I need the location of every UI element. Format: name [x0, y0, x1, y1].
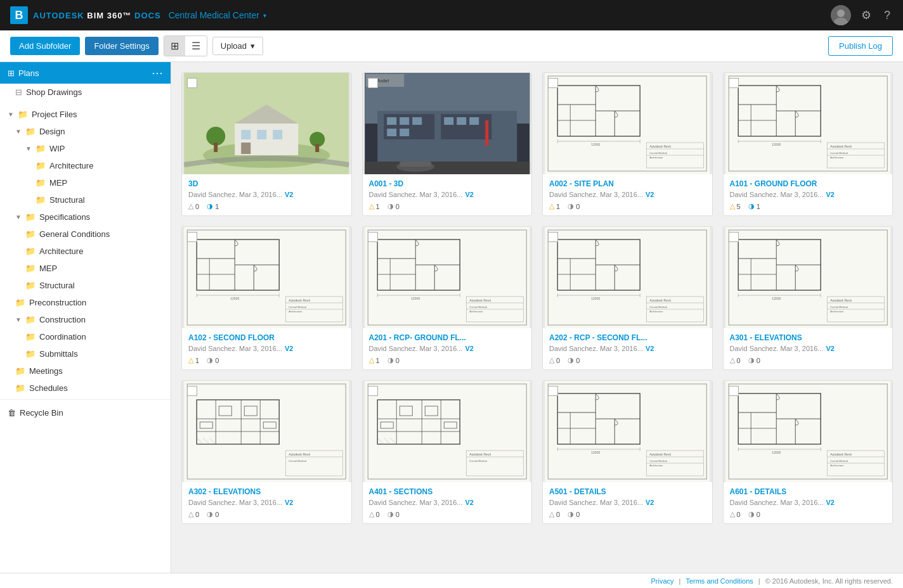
svg-rect-53	[725, 73, 890, 174]
card-checkbox-a601[interactable]	[729, 386, 739, 396]
settings-icon[interactable]: ⚙	[859, 6, 874, 25]
card-a201[interactable]: Autodesk Revit Central Medical Architect…	[362, 226, 533, 370]
spec-folder-icon: 📁	[25, 212, 36, 222]
sidebar-item-coordination[interactable]: 📁 Coordination	[0, 328, 171, 345]
card-checkbox-a501[interactable]	[548, 386, 558, 396]
terms-link[interactable]: Terms and Conditions	[685, 577, 753, 585]
wip-arch-folder-icon: 📁	[36, 161, 46, 170]
sidebar-spec-structural-label: Structural	[39, 281, 75, 290]
sidebar-item-wip-architecture[interactable]: 📁 Architecture	[0, 157, 171, 174]
svg-text:Central Medical: Central Medical	[469, 459, 487, 463]
card-thumbnail-a301: Autodesk Revit Central Medical Architect…	[724, 227, 893, 328]
card-a302[interactable]: Autodesk Revit Central Medical A302 - EL…	[181, 380, 352, 524]
card-author-3d: David Sanchez. Mar 3, 2016...	[188, 191, 282, 198]
svg-text:Central Medical: Central Medical	[289, 305, 306, 309]
sidebar-item-general-conditions[interactable]: 📁 General Conditions	[0, 226, 171, 243]
project-selector[interactable]: Central Medical Center ▾	[169, 10, 266, 20]
card-checkbox-a301[interactable]	[729, 232, 739, 242]
card-checkbox-a001[interactable]	[368, 78, 378, 88]
sidebar-item-spec-architecture[interactable]: 📁 Architecture	[0, 243, 171, 260]
logo-text: AUTODESK BIM 360™ DOCS	[33, 11, 161, 20]
sidebar-design-label: Design	[39, 127, 65, 136]
card-author-a501: David Sanchez. Mar 3, 2016...	[549, 499, 643, 506]
card-a301[interactable]: Autodesk Revit Central Medical Architect…	[723, 226, 893, 370]
card-version-a301: V2	[826, 345, 834, 352]
card-checkbox-a202[interactable]	[548, 232, 558, 242]
sidebar-item-preconstruction[interactable]: 📁 Preconstruction	[0, 294, 171, 311]
card-author-a401: David Sanchez. Mar 3, 2016...	[369, 499, 463, 506]
sub-folder-icon: 📁	[25, 349, 36, 359]
card-checkbox-3d[interactable]	[187, 78, 197, 88]
card-warnings-a002: △ 1	[549, 202, 560, 210]
svg-rect-26	[457, 117, 466, 125]
card-3d[interactable]: 3D David Sanchez. Mar 3, 2016... V2 △ 0 …	[181, 72, 352, 216]
card-thumbnail-a202: Autodesk Revit Central Medical Architect…	[543, 227, 712, 328]
sidebar-item-specifications[interactable]: ▼ 📁 Specifications	[0, 208, 171, 226]
card-a002[interactable]: Autodesk Revit Central Medical Architect…	[542, 72, 713, 216]
header-right: ⚙ ?	[831, 5, 893, 25]
card-checks-a301: ◑ 0	[748, 356, 760, 364]
sidebar-construction-label: Construction	[39, 315, 86, 324]
privacy-link[interactable]: Privacy	[651, 577, 674, 585]
card-checkbox-a201[interactable]	[368, 232, 378, 242]
folder-settings-button[interactable]: Folder Settings	[85, 37, 158, 55]
sidebar-spec-arch-label: Architecture	[39, 246, 83, 256]
wip-structural-folder-icon: 📁	[36, 195, 46, 205]
card-checks-3d: ◑ 1	[207, 202, 219, 210]
card-a102[interactable]: Autodesk Revit Central Medical Architect…	[181, 226, 352, 370]
svg-rect-29	[400, 129, 409, 136]
sidebar-item-schedules[interactable]: 📁 Schedules	[0, 380, 171, 397]
card-title-a301: A301 - ELEVATIONS	[730, 333, 887, 342]
check-icon-a401: ◑	[387, 510, 394, 518]
sidebar-item-spec-mep[interactable]: 📁 MEP	[0, 260, 171, 277]
card-author-a202: David Sanchez. Mar 3, 2016...	[549, 345, 643, 352]
meet-folder-icon: 📁	[15, 366, 25, 376]
list-view-button[interactable]: ☰	[185, 36, 207, 56]
sidebar-item-wip-mep[interactable]: 📁 MEP	[0, 174, 171, 191]
grid-view-button[interactable]: ⊞	[164, 36, 185, 56]
sched-folder-icon: 📁	[15, 383, 25, 393]
publish-log-button[interactable]: Publish Log	[828, 36, 893, 56]
card-info-a102: A102 - SECOND FLOOR David Sanchez. Mar 3…	[182, 328, 351, 369]
sidebar-item-wip[interactable]: ▼ 📁 WIP	[0, 140, 171, 157]
card-author-a601: David Sanchez. Mar 3, 2016...	[730, 499, 824, 506]
sidebar-item-construction[interactable]: ▼ 📁 Construction	[0, 311, 171, 328]
card-a001[interactable]: 14 Model A001 - 3D David	[362, 72, 533, 216]
card-checkbox-a102[interactable]	[187, 232, 197, 242]
warning-icon-a601: △	[730, 510, 735, 518]
card-checks-a302: ◑ 0	[207, 510, 219, 518]
card-checkbox-a002[interactable]	[548, 78, 558, 88]
check-icon-a102: ◑	[207, 356, 213, 364]
card-a101[interactable]: Autodesk Revit Central Medical Architect…	[723, 72, 893, 216]
sidebar-item-plans[interactable]: ⊞ Plans ⋯	[0, 62, 171, 84]
card-checks-a401: ◑ 0	[387, 510, 400, 518]
card-thumbnail-a501: Autodesk Revit Central Medical Architect…	[543, 381, 712, 482]
card-a501[interactable]: Autodesk Revit Central Medical Architect…	[542, 380, 713, 524]
card-checkbox-a101[interactable]	[729, 78, 739, 88]
card-a202[interactable]: Autodesk Revit Central Medical Architect…	[542, 226, 713, 370]
sidebar-item-meetings[interactable]: 📁 Meetings	[0, 362, 171, 380]
svg-text:Architecture: Architecture	[649, 464, 663, 467]
sidebar-item-project-files[interactable]: ▼ 📁 Project Files	[0, 106, 171, 123]
svg-rect-91	[365, 227, 529, 328]
sidebar-item-recycle-bin[interactable]: 🗑 Recycle Bin	[0, 404, 171, 421]
help-icon[interactable]: ?	[881, 6, 893, 25]
card-a601[interactable]: Autodesk Revit Central Medical Architect…	[723, 380, 893, 524]
check-icon-3d: ◑	[207, 202, 213, 210]
sidebar-item-wip-structural[interactable]: 📁 Structural	[0, 191, 171, 208]
plans-more-icon[interactable]: ⋯	[152, 66, 163, 80]
card-thumbnail-a302: Autodesk Revit Central Medical	[182, 381, 351, 482]
card-a401[interactable]: Autodesk Revit Central Medical A401 - SE…	[362, 380, 533, 524]
card-checks-a202: ◑ 0	[568, 356, 580, 364]
upload-button[interactable]: Upload ▾	[212, 37, 263, 55]
user-avatar[interactable]	[831, 5, 851, 25]
sidebar-item-submittals[interactable]: 📁 Submittals	[0, 345, 171, 362]
sidebar-item-spec-structural[interactable]: 📁 Structural	[0, 277, 171, 294]
card-checkbox-a401[interactable]	[368, 386, 378, 396]
sidebar-item-design[interactable]: ▼ 📁 Design	[0, 123, 171, 140]
add-subfolder-button[interactable]: Add Subfolder	[10, 37, 80, 55]
sidebar-item-shop-drawings[interactable]: ⊟ Shop Drawings	[0, 84, 171, 101]
svg-text:Architecture: Architecture	[469, 310, 483, 313]
card-checkbox-a302[interactable]	[187, 386, 197, 396]
warning-icon-a501: △	[549, 510, 554, 518]
